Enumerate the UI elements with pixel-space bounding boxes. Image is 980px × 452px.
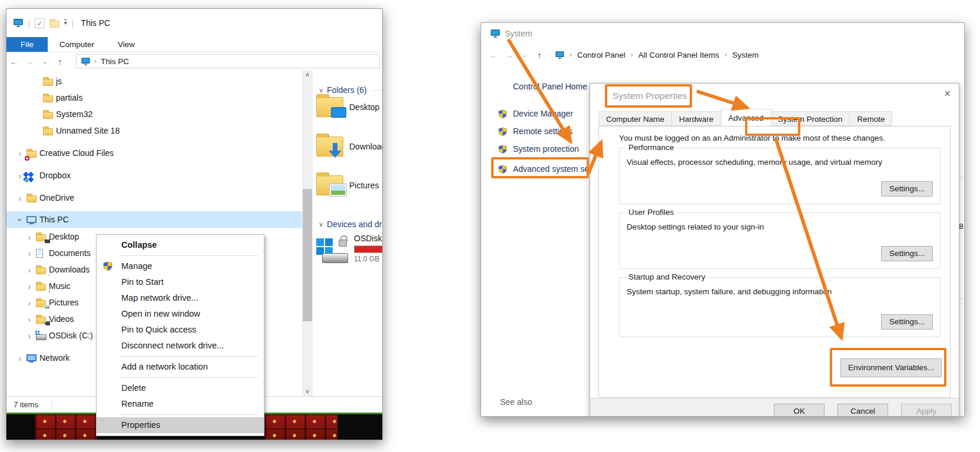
- up-icon[interactable]: ↑: [532, 50, 547, 60]
- downloads-folder-icon: ↓: [36, 264, 49, 275]
- tab-computer-name[interactable]: Computer Name: [598, 111, 672, 126]
- menu-item-rename[interactable]: Rename: [97, 396, 264, 412]
- tree-item-partials[interactable]: partials: [6, 89, 302, 106]
- chevron-right-icon[interactable]: ›: [23, 331, 36, 341]
- tab-view[interactable]: View: [106, 37, 147, 52]
- scrollbar-thumb[interactable]: [303, 189, 312, 321]
- menu-separator: [119, 414, 258, 415]
- menu-item-pin-to-quick-access[interactable]: Pin to Quick access: [97, 322, 264, 338]
- drive-capacity-text: 11.0 GB: [354, 255, 382, 263]
- menu-item-properties[interactable]: Properties: [97, 417, 264, 433]
- pictures-folder-icon: [36, 297, 49, 308]
- tree-item-system32[interactable]: System32: [6, 106, 302, 122]
- devices-section-header[interactable]: ∨ Devices and drives: [319, 218, 382, 230]
- qat-customize-dropdown-icon[interactable]: ▾: [64, 20, 67, 26]
- menu-item-manage[interactable]: Manage: [97, 258, 264, 274]
- wallpaper-shelf: [264, 414, 337, 440]
- folder-icon: [43, 108, 56, 120]
- sidebar-control-panel-home[interactable]: Control Panel Home: [513, 82, 587, 91]
- tab-computer[interactable]: Computer: [48, 37, 106, 52]
- back-icon[interactable]: ←: [486, 50, 501, 60]
- chevron-right-icon[interactable]: ›: [23, 298, 36, 308]
- menu-item-delete[interactable]: Delete: [97, 380, 264, 396]
- user-profiles-settings-button[interactable]: Settings...: [881, 246, 933, 261]
- chevron-right-icon[interactable]: ›: [14, 171, 27, 181]
- ok-button[interactable]: OK: [774, 404, 825, 417]
- system-address-bar: ← → ⌄ ↑ › Control Panel › All Control Pa…: [481, 46, 964, 63]
- chevron-right-icon[interactable]: ›: [23, 281, 36, 291]
- menu-separator: [119, 255, 258, 256]
- menu-item-add-network-location[interactable]: Add a network location: [97, 359, 264, 375]
- back-icon[interactable]: ←: [6, 56, 22, 67]
- user-profiles-group: User Profiles Desktop settings related t…: [619, 212, 941, 269]
- tab-remote[interactable]: Remote: [850, 111, 892, 126]
- content-item-desktop[interactable]: Desktop: [316, 97, 379, 117]
- content-item-downloads[interactable]: Downloads: [316, 137, 382, 157]
- chevron-down-icon[interactable]: ∨: [319, 87, 323, 94]
- group-description: Visual effects, processor scheduling, me…: [627, 158, 882, 167]
- startup-recovery-settings-button[interactable]: Settings...: [881, 314, 933, 330]
- forward-icon[interactable]: →: [22, 56, 37, 67]
- item-count: 7 items: [6, 400, 38, 409]
- apply-button[interactable]: Apply: [901, 404, 952, 417]
- chevron-down-icon[interactable]: ∨: [319, 221, 323, 228]
- sidebar-link-system-protection[interactable]: System protection: [498, 144, 579, 154]
- close-icon[interactable]: ×: [944, 87, 951, 100]
- scroll-up-icon[interactable]: ∧: [302, 70, 313, 79]
- drive-capacity-bar: [354, 245, 382, 253]
- tree-item-unnamed-site-18[interactable]: Unnamed Site 18: [6, 122, 302, 139]
- breadcrumb: › Control Panel › All Control Panel Item…: [555, 51, 759, 59]
- crumb-system[interactable]: System: [732, 51, 759, 59]
- menu-item-disconnect-network-drive[interactable]: Disconnect network drive...: [97, 338, 264, 354]
- menu-item-open-in-new-window[interactable]: Open in new window: [97, 306, 264, 322]
- uac-shield-icon: [498, 145, 507, 154]
- sidebar-link-remote-settings[interactable]: Remote settings: [498, 127, 572, 136]
- content-item-pictures[interactable]: Pictures: [316, 175, 379, 195]
- up-icon[interactable]: ↑: [52, 56, 68, 67]
- tab-hardware[interactable]: Hardware: [672, 111, 721, 126]
- videos-folder-icon: [36, 313, 49, 325]
- content-item-osdisk[interactable]: OSDisk (C:) 11.0 GB: [316, 234, 382, 263]
- drive-label: OSDisk (C:): [354, 234, 382, 243]
- recent-locations-icon[interactable]: ⌄: [517, 51, 532, 59]
- tree-scrollbar[interactable]: ∧ ∨: [302, 70, 313, 396]
- tree-item-js[interactable]: js: [6, 73, 302, 89]
- scroll-down-icon[interactable]: ∨: [302, 387, 313, 396]
- chevron-right-icon[interactable]: ›: [23, 265, 36, 275]
- cancel-button[interactable]: Cancel: [837, 404, 888, 417]
- chevron-right-icon[interactable]: ›: [23, 314, 36, 324]
- tree-item-onedrive[interactable]: ›OneDrive: [6, 190, 302, 206]
- folder-icon: [27, 192, 39, 204]
- menu-item-collapse[interactable]: Collapse: [97, 237, 264, 253]
- address-bar[interactable]: › This PC: [76, 54, 380, 68]
- chevron-down-icon[interactable]: ›: [15, 213, 25, 226]
- chevron-right-icon[interactable]: ›: [23, 232, 36, 242]
- group-title: User Profiles: [625, 208, 677, 217]
- crumb-all-items[interactable]: All Control Panel Items: [638, 51, 719, 59]
- chevron-right-icon[interactable]: ›: [14, 353, 27, 363]
- desktop-folder-icon: [36, 231, 49, 242]
- qat-new-folder-icon[interactable]: [49, 21, 59, 28]
- sidebar-link-device-manager[interactable]: Device Manager: [498, 109, 573, 118]
- startup-recovery-group: Startup and Recovery System startup, sys…: [619, 277, 941, 337]
- menu-item-pin-to-start[interactable]: Pin to Start: [97, 274, 264, 290]
- chevron-right-icon[interactable]: ›: [14, 193, 27, 203]
- folder-icon: [43, 125, 56, 137]
- crumb-control-panel[interactable]: Control Panel: [577, 51, 625, 59]
- forward-icon[interactable]: →: [501, 50, 517, 60]
- tree-item-this-pc[interactable]: ›This PC: [6, 211, 302, 228]
- tree-item-creative-cloud-files[interactable]: ›Creative Cloud Files: [6, 145, 302, 161]
- group-description: System startup, system failure, and debu…: [627, 287, 832, 296]
- group-title: Startup and Recovery: [625, 272, 708, 281]
- recent-locations-icon[interactable]: ⌄: [37, 58, 52, 65]
- documents-icon: [36, 247, 49, 259]
- menu-item-map-network-drive[interactable]: Map network drive...: [97, 290, 264, 306]
- explorer-titlebar: | ✓ ▾ | This PC: [6, 9, 382, 37]
- tab-file[interactable]: File: [6, 37, 48, 52]
- qat-properties-icon[interactable]: ✓: [35, 18, 45, 28]
- chevron-right-icon[interactable]: ›: [23, 248, 36, 258]
- tree-item-dropbox[interactable]: ›Dropbox: [6, 167, 302, 184]
- wallpaper-shelf: [35, 414, 97, 440]
- breadcrumb-location[interactable]: This PC: [101, 57, 129, 66]
- performance-settings-button[interactable]: Settings...: [881, 181, 933, 197]
